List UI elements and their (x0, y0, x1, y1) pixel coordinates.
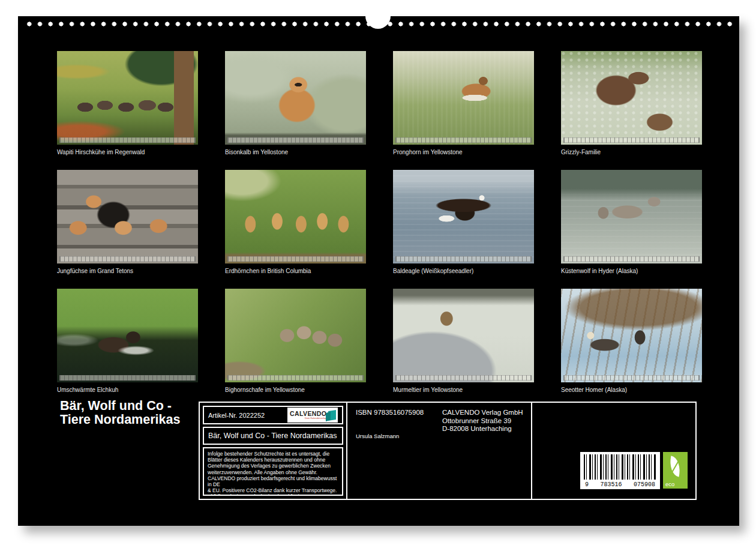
mini-calendar-strip (227, 137, 364, 143)
thumbnail: Umschwärmte Elchkuh (57, 289, 198, 394)
thumbnail-caption: Bisonkalb im Yellostone (225, 149, 366, 156)
thumbnail: Grizzly-Familie (561, 51, 702, 156)
author-name: Ursula Salzmann (356, 433, 399, 439)
thumbnail: Bisonkalb im Yellostone (225, 51, 366, 156)
thumbnail-caption: Seeotter Homer (Alaska) (561, 387, 702, 394)
photo-grizzly-family (561, 51, 702, 145)
thumbnail-caption: Küstenwolf in Hyder (Alaska) (561, 268, 702, 275)
photo-fox-cubs (57, 170, 198, 263)
mini-calendar-strip (563, 137, 700, 143)
mini-calendar-strip (59, 256, 196, 262)
publisher-info-panel: Artikel-Nr. 2022252 CALVENDO Dein Kalend… (199, 402, 697, 500)
mini-calendar-strip (395, 375, 532, 381)
panel-middle-column: ISBN 9783516075908 CALVENDO Verlag GmbH … (347, 403, 531, 499)
barcode-bars (584, 454, 656, 480)
calendar-title-box: Bär, Wolf und Co - Tiere Nordamerikas (203, 427, 343, 445)
hanger-hole (365, 4, 391, 29)
photo-moose-cow (57, 289, 198, 382)
thumbnail-caption: Grizzly-Familie (561, 149, 702, 156)
thumbnail-caption: Umschwärmte Elchkuh (57, 387, 198, 394)
thumbnail-caption: Murmeltier im Yellowstone (393, 387, 534, 394)
barcode-digits: 9 783516 075908 (584, 480, 656, 488)
panel-left-column: Artikel-Nr. 2022252 CALVENDO Dein Kalend… (200, 403, 346, 499)
barcode-digit-group: 783516 (600, 481, 622, 488)
article-number: Artikel-Nr. 2022252 (208, 412, 265, 419)
photo-ground-squirrels (225, 170, 366, 263)
leaf-icon (667, 456, 683, 477)
calendar-title-line: Bär, Wolf und Co - Tiere Nordamerikas (208, 432, 337, 440)
mini-calendar-strip (59, 137, 196, 143)
thumbnail-caption: Pronghorn im Yellowstone (393, 149, 534, 156)
thumbnail-caption: Wapiti Hirschkühe im Regenwald (57, 149, 198, 156)
thumbnail: Seeotter Homer (Alaska) (561, 289, 702, 394)
thumbnail: Baldeagle (Weißkopfseeadler) (393, 170, 534, 275)
photo-bald-eagle (393, 170, 534, 263)
eco-badge: eco (663, 452, 688, 489)
article-number-box: Artikel-Nr. 2022252 CALVENDO Dein Kalend… (203, 406, 343, 424)
photo-pronghorn (393, 51, 534, 145)
mini-calendar-strip (563, 375, 700, 381)
mini-calendar-strip (395, 137, 532, 143)
thumbnail: Erdhörnchen in British Columbia (225, 170, 366, 275)
eco-label: eco (665, 481, 674, 487)
mini-calendar-strip (395, 256, 532, 262)
thumbnail: Bighornschafe im Yellowstone (225, 289, 366, 394)
calendar-main-title: Bär, Wolf und Co - Tiere Nordamerikas (60, 399, 180, 427)
mini-calendar-strip (563, 256, 700, 262)
calvendo-logo: CALVENDO Dein Kalenderverlag (287, 408, 338, 423)
thumbnail-caption: Jungfüchse im Grand Tetons (57, 268, 198, 275)
mini-calendar-strip (227, 256, 364, 262)
isbn-number: ISBN 9783516075908 (356, 409, 424, 416)
thumbnail: Wapiti Hirschkühe im Regenwald (57, 51, 198, 156)
thumbnail-caption: Erdhörnchen in British Columbia (225, 268, 366, 275)
calvendo-book-icon (328, 410, 336, 421)
calvendo-tagline: Dein Kalenderverlag (290, 417, 326, 420)
thumbnail: Küstenwolf in Hyder (Alaska) (561, 170, 702, 275)
barcode-digit-group: 9 (585, 481, 589, 488)
photo-bighorn-sheep (225, 289, 366, 382)
barcode-digit-group: 075908 (634, 481, 655, 488)
logo-text: CALVENDO Dein Kalenderverlag (290, 411, 326, 420)
photo-bison-calf (225, 51, 366, 145)
photo-elk-rainforest (57, 51, 198, 145)
photo-sea-otters (561, 289, 702, 382)
thumbnail: Murmeltier im Yellowstone (393, 289, 534, 394)
photo-coastal-wolf (561, 170, 702, 263)
ean-barcode: 9 783516 075908 (580, 452, 660, 489)
thumbnail: Jungfüchse im Grand Tetons (57, 170, 198, 275)
thumbnail-caption: Bighornschafe im Yellowstone (225, 387, 366, 394)
thumbnail-caption: Baldeagle (Weißkopfseeadler) (393, 268, 534, 275)
photo-marmot (393, 289, 534, 382)
mini-calendar-strip (59, 375, 196, 381)
calendar-back-sheet: Wapiti Hirschkühe im Regenwald Bisonkalb… (18, 16, 739, 526)
thumbnail-grid: Wapiti Hirschkühe im Regenwald Bisonkalb… (57, 51, 702, 394)
mini-calendar-strip (227, 375, 364, 381)
thumbnail: Pronghorn im Yellowstone (393, 51, 534, 156)
publisher-address: CALVENDO Verlag GmbH Ottobrunner Straße … (442, 409, 523, 433)
panel-right-column: 9 783516 075908 eco (532, 403, 695, 499)
legal-text: Infolge bestehender Schutzrechte ist es … (203, 447, 343, 496)
